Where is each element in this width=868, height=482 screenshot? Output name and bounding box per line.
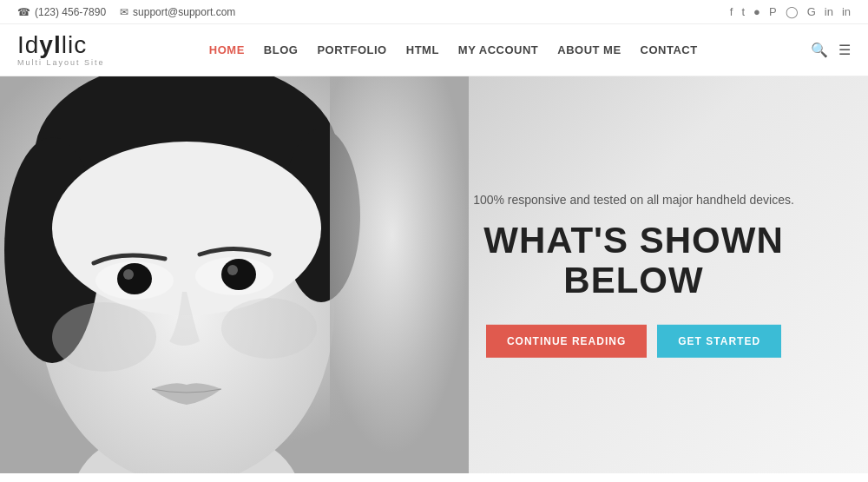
hero-face-image xyxy=(0,76,469,473)
social-dribbble[interactable]: ● xyxy=(753,5,760,18)
svg-rect-15 xyxy=(330,76,469,473)
nav-icons: 🔍 ☰ xyxy=(811,42,851,58)
svg-point-12 xyxy=(227,265,238,275)
email-info: ✉ support@support.com xyxy=(120,6,235,18)
social-linkedin2[interactable]: in xyxy=(825,5,833,18)
nav-about-me[interactable]: ABOUT ME xyxy=(557,43,621,56)
nav-home[interactable]: HOME xyxy=(209,43,245,56)
nav-my-account[interactable]: MY ACCOUNT xyxy=(458,43,538,56)
svg-point-13 xyxy=(52,302,156,372)
svg-point-9 xyxy=(123,269,134,280)
header: Idyllic Multi Layout Site HOME BLOG PORT… xyxy=(0,24,868,76)
hero-title: WHAT'S SHOWN BELOW xyxy=(451,220,816,300)
top-bar: ☎ (123) 456-7890 ✉ support@support.com f… xyxy=(0,0,868,24)
phone-info: ☎ (123) 456-7890 xyxy=(17,6,106,18)
nav-portfolio[interactable]: PORTFOLIO xyxy=(317,43,386,56)
svg-point-14 xyxy=(221,298,317,359)
menu-icon[interactable]: ☰ xyxy=(838,42,851,58)
continue-reading-button[interactable]: CONTINUE READING xyxy=(486,325,647,358)
main-nav: HOME BLOG PORTFOLIO HTML MY ACCOUNT ABOU… xyxy=(209,43,698,56)
hero-buttons: CONTINUE READING GET STARTED xyxy=(451,325,816,358)
svg-point-6 xyxy=(52,142,321,315)
nav-contact[interactable]: CONTACT xyxy=(641,43,698,56)
hero-section: 100% responsive and tested on all major … xyxy=(0,76,868,473)
nav-blog[interactable]: BLOG xyxy=(264,43,299,56)
social-links: f t ● P ◯ G in in xyxy=(730,5,851,18)
social-linkedin[interactable]: in xyxy=(842,5,851,18)
phone-icon: ☎ xyxy=(17,6,30,18)
phone-number: (123) 456-7890 xyxy=(35,6,106,18)
hero-content: 100% responsive and tested on all major … xyxy=(451,192,816,357)
logo[interactable]: Idyllic Multi Layout Site xyxy=(17,33,105,67)
search-icon[interactable]: 🔍 xyxy=(811,42,828,58)
nav-html[interactable]: HTML xyxy=(406,43,439,56)
social-twitter[interactable]: t xyxy=(741,5,745,18)
social-pinterest[interactable]: P xyxy=(769,5,777,18)
svg-point-11 xyxy=(221,259,256,290)
social-instagram[interactable]: ◯ xyxy=(786,5,799,18)
svg-point-8 xyxy=(117,263,152,294)
email-icon: ✉ xyxy=(120,6,128,18)
social-facebook[interactable]: f xyxy=(730,5,733,18)
email-address: support@support.com xyxy=(133,6,235,18)
get-started-button[interactable]: GET STARTED xyxy=(657,325,781,358)
top-bar-left: ☎ (123) 456-7890 ✉ support@support.com xyxy=(17,6,235,18)
hero-subtitle: 100% responsive and tested on all major … xyxy=(451,192,816,206)
logo-text: Idyllic xyxy=(17,33,105,57)
logo-sub: Multi Layout Site xyxy=(17,58,105,67)
social-google[interactable]: G xyxy=(807,5,816,18)
